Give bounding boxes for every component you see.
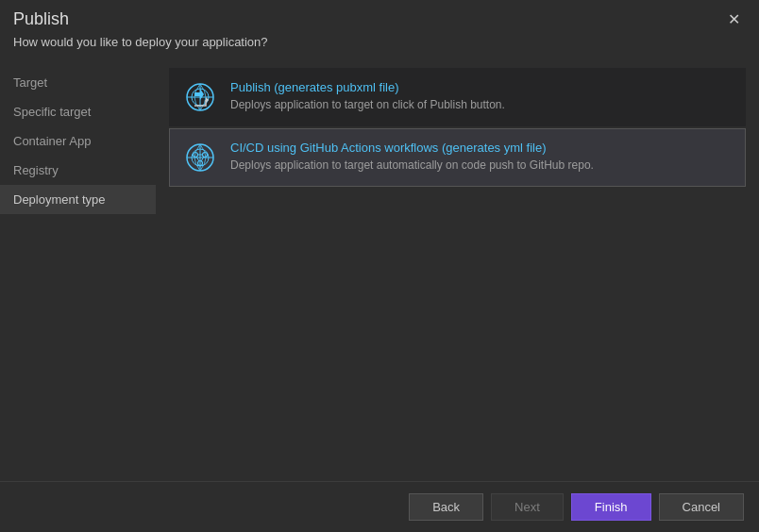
option-cicd-title: CI/CD using GitHub Actions workflows (ge… [230,141,594,155]
option-publish-title: Publish (generates pubxml file) [230,80,505,94]
dialog-title: Publish [13,9,69,29]
publish-icon [183,80,217,114]
dialog-footer: Back Next Finish Cancel [0,481,759,532]
sidebar-item-specific-target[interactable]: Specific target [0,97,156,126]
title-bar: Publish ✕ [0,0,759,35]
publish-svg [185,82,215,112]
option-publish-desc: Deploys application to target on click o… [230,98,505,111]
sidebar: Target Specific target Container App Reg… [0,60,156,481]
sidebar-item-registry[interactable]: Registry [0,156,156,185]
finish-button[interactable]: Finish [571,493,651,521]
close-button[interactable]: ✕ [722,10,746,29]
sidebar-item-container-app[interactable]: Container App [0,126,156,156]
dialog-content: Target Specific target Container App Reg… [0,60,759,481]
next-button[interactable]: Next [491,493,564,521]
option-publish-text: Publish (generates pubxml file) Deploys … [230,80,505,111]
option-publish-pubxml[interactable]: Publish (generates pubxml file) Deploys … [169,68,746,126]
publish-dialog: Publish ✕ How would you like to deploy y… [0,0,759,532]
back-button[interactable]: Back [409,493,483,521]
cicd-icon [183,141,217,175]
cicd-svg [185,142,215,173]
cancel-button[interactable]: Cancel [659,493,744,521]
options-panel: Publish (generates pubxml file) Deploys … [156,60,759,481]
dialog-subtitle: How would you like to deploy your applic… [0,35,759,60]
sidebar-item-target[interactable]: Target [0,68,156,97]
sidebar-item-deployment-type[interactable]: Deployment type [0,185,156,214]
option-cicd-desc: Deploys application to target automatica… [230,158,594,172]
option-cicd-github[interactable]: CI/CD using GitHub Actions workflows (ge… [169,128,746,187]
option-cicd-text: CI/CD using GitHub Actions workflows (ge… [230,141,594,172]
